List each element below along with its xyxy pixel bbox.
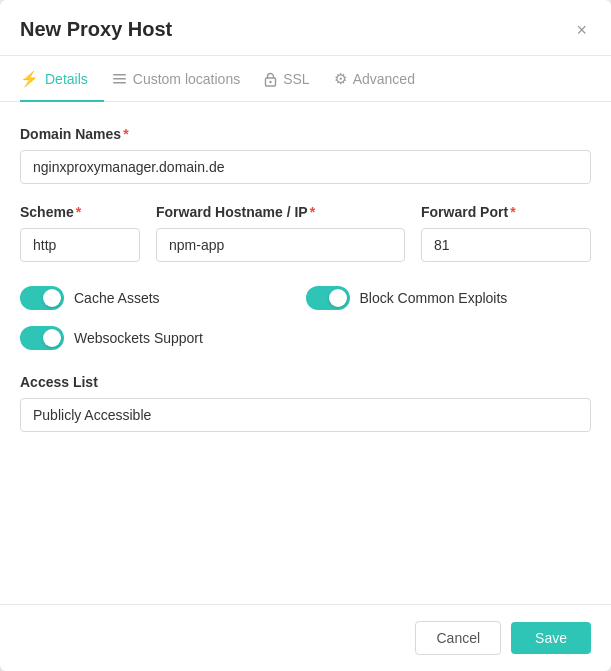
modal-header: New Proxy Host × xyxy=(0,0,611,56)
advanced-tab-icon: ⚙ xyxy=(334,70,347,88)
cache-assets-track[interactable] xyxy=(20,286,64,310)
details-tab-icon: ⚡ xyxy=(20,70,39,88)
block-exploits-toggle-item: Block Common Exploits xyxy=(306,286,592,310)
tab-advanced-label: Advanced xyxy=(353,71,415,87)
access-list-label: Access List xyxy=(20,374,591,390)
domain-names-input[interactable] xyxy=(20,150,591,184)
toggles-row-1: Cache Assets Block Common Exploits xyxy=(20,286,591,310)
cache-assets-toggle-item: Cache Assets xyxy=(20,286,306,310)
websockets-label: Websockets Support xyxy=(74,330,203,346)
cancel-button[interactable]: Cancel xyxy=(415,621,501,655)
websockets-toggle-item: Websockets Support xyxy=(20,326,591,350)
new-proxy-host-modal: New Proxy Host × ⚡ Details Custom locati… xyxy=(0,0,611,671)
tab-ssl[interactable]: SSL xyxy=(264,56,325,102)
websockets-toggle[interactable] xyxy=(20,326,64,350)
cache-assets-label: Cache Assets xyxy=(74,290,160,306)
block-exploits-label: Block Common Exploits xyxy=(360,290,508,306)
modal-title: New Proxy Host xyxy=(20,18,172,41)
toggles-row-2: Websockets Support xyxy=(20,326,591,350)
scheme-label: Scheme* xyxy=(20,204,140,220)
close-button[interactable]: × xyxy=(572,19,591,41)
tab-advanced[interactable]: ⚙ Advanced xyxy=(334,56,431,102)
access-list-field: Access List xyxy=(20,374,591,432)
tab-details[interactable]: ⚡ Details xyxy=(20,56,104,102)
block-exploits-track[interactable] xyxy=(306,286,350,310)
cache-assets-thumb xyxy=(43,289,61,307)
domain-names-field: Domain Names* xyxy=(20,126,591,184)
block-exploits-toggle[interactable] xyxy=(306,286,350,310)
svg-point-4 xyxy=(269,80,271,82)
tab-details-label: Details xyxy=(45,71,88,87)
ssl-tab-icon xyxy=(264,72,277,87)
custom-locations-tab-icon xyxy=(112,72,127,87)
block-exploits-thumb xyxy=(329,289,347,307)
access-list-input[interactable] xyxy=(20,398,591,432)
port-field: Forward Port* xyxy=(421,204,591,262)
port-input[interactable] xyxy=(421,228,591,262)
websockets-track[interactable] xyxy=(20,326,64,350)
scheme-input[interactable] xyxy=(20,228,140,262)
scheme-field: Scheme* xyxy=(20,204,140,262)
tab-bar: ⚡ Details Custom locations SSL xyxy=(0,56,611,102)
domain-names-label: Domain Names* xyxy=(20,126,591,142)
svg-rect-2 xyxy=(113,82,126,84)
hostname-field: Forward Hostname / IP* xyxy=(156,204,405,262)
tab-ssl-label: SSL xyxy=(283,71,309,87)
tab-custom-locations-label: Custom locations xyxy=(133,71,240,87)
tab-custom-locations[interactable]: Custom locations xyxy=(112,56,256,102)
modal-body: Domain Names* Scheme* Forward Hostname /… xyxy=(0,102,611,604)
cache-assets-toggle[interactable] xyxy=(20,286,64,310)
svg-rect-0 xyxy=(113,74,126,76)
websockets-thumb xyxy=(43,329,61,347)
modal-footer: Cancel Save xyxy=(0,604,611,671)
port-label: Forward Port* xyxy=(421,204,591,220)
save-button[interactable]: Save xyxy=(511,622,591,654)
hostname-input[interactable] xyxy=(156,228,405,262)
svg-rect-1 xyxy=(113,78,126,80)
hostname-label: Forward Hostname / IP* xyxy=(156,204,405,220)
connection-fields: Scheme* Forward Hostname / IP* Forward P… xyxy=(20,204,591,262)
